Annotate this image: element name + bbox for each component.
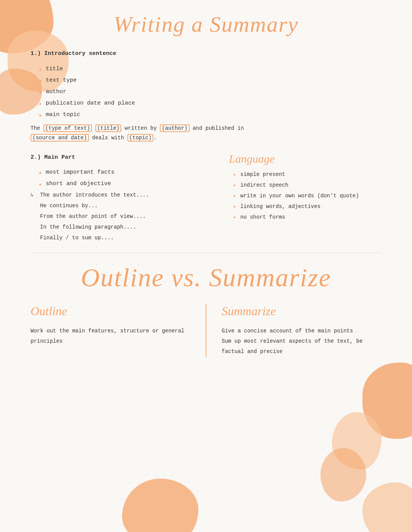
- outline-col-header: Outline: [31, 304, 190, 318]
- list-item: no short forms: [233, 212, 381, 222]
- summarize-item-1: Give a concise account of the main point…: [222, 326, 381, 336]
- outline-column: Outline Work out the main features, stru…: [31, 304, 206, 356]
- list-item: publication date and place: [38, 98, 381, 109]
- second-page-title: Outline vs. Summarize: [31, 263, 381, 293]
- blob-decoration-7: [362, 482, 412, 532]
- title-highlight: (title): [95, 124, 122, 132]
- summarize-col-header: Summarize: [222, 304, 381, 318]
- template-prefix: The: [31, 125, 43, 131]
- section-divider: [31, 253, 381, 253]
- template-end1: and published in: [190, 125, 244, 131]
- template-sentence: The (type of text) (title) written by (a…: [31, 124, 381, 143]
- page-title: Writing a Summary: [31, 11, 381, 37]
- page: Writing a Summary 1.) Introductory sente…: [0, 0, 412, 532]
- language-bullet-list: simple present indirect speech write in …: [229, 169, 381, 222]
- main-language-columns: 2.) Main Part most important facts short…: [31, 152, 381, 243]
- summarize-column: Summarize Give a concise account of the …: [206, 304, 381, 356]
- template-end2: deals with: [89, 135, 127, 141]
- list-item: indirect speech: [233, 180, 381, 190]
- list-item: author: [38, 86, 381, 98]
- template-middle: written by: [121, 125, 160, 131]
- author-highlight: (author): [160, 124, 189, 132]
- blob-decoration-6: [122, 479, 198, 532]
- continuation-item: He continues by...: [31, 200, 214, 211]
- language-column: Language simple present indirect speech …: [229, 152, 381, 243]
- list-item: linking words, adjectives: [233, 201, 381, 212]
- main-part-column: 2.) Main Part most important facts short…: [31, 152, 214, 243]
- summarize-item-2: Sum up most relevant aspects of the text…: [222, 336, 381, 356]
- continuation-item: In the following paragraph....: [31, 222, 214, 232]
- outline-col-text: Work out the main features, structure or…: [31, 326, 190, 346]
- section2-header: 2.) Main Part: [31, 152, 214, 163]
- topic-highlight: (topic): [127, 134, 154, 142]
- outline-summarize-columns: Outline Work out the main features, stru…: [31, 304, 381, 356]
- blob-decoration-8: [320, 448, 366, 501]
- type-of-text-highlight: (type of text): [43, 124, 92, 132]
- template-period: .: [153, 135, 156, 141]
- list-item: short and objective: [38, 178, 214, 190]
- intro-bullet-list: title text type author publication date …: [31, 63, 381, 121]
- list-item: most important facts: [38, 167, 214, 178]
- list-item: main topic: [38, 109, 381, 121]
- list-item: title: [38, 63, 381, 75]
- continuation-item: Finally / to sum up....: [31, 232, 214, 243]
- source-date-highlight: (source and date): [31, 134, 89, 142]
- continuation-item: From the author point of view....: [31, 211, 214, 222]
- main-part-bullet-list: most important facts short and objective: [31, 167, 214, 190]
- language-header: Language: [229, 152, 381, 165]
- section1-header: 1.) Introductory sentence: [31, 48, 381, 60]
- list-item: text type: [38, 75, 381, 86]
- intro-section: 1.) Introductory sentence title text typ…: [31, 48, 381, 143]
- list-item: simple present: [233, 169, 381, 180]
- arrow-item: The author introduces the text....: [31, 190, 214, 200]
- list-item: write in your own words (don't quote): [233, 190, 381, 201]
